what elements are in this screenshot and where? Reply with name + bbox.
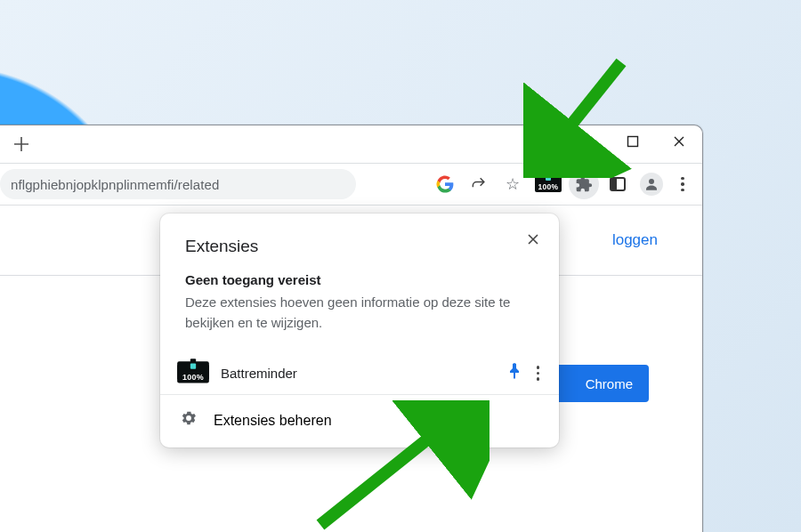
popup-title: Extensies bbox=[185, 237, 534, 256]
pin-icon bbox=[508, 363, 521, 379]
profile-button[interactable] bbox=[636, 169, 667, 199]
close-icon bbox=[673, 135, 685, 148]
battery-icon: 100% bbox=[535, 176, 562, 192]
close-icon bbox=[527, 233, 539, 246]
puzzle-icon bbox=[575, 175, 593, 193]
google-lens-button[interactable] bbox=[430, 169, 460, 199]
svg-line-3 bbox=[320, 418, 454, 525]
annotation-arrow-top bbox=[523, 53, 639, 178]
pin-button[interactable] bbox=[508, 363, 521, 383]
popup-close-button[interactable] bbox=[520, 226, 546, 253]
annotation-arrow-bottom bbox=[294, 400, 490, 532]
extension-row[interactable]: 100% Battreminder bbox=[160, 352, 559, 395]
new-tab-button[interactable] bbox=[7, 130, 36, 158]
profile-icon bbox=[640, 173, 663, 196]
svg-line-2 bbox=[550, 62, 621, 151]
chrome-menu-button[interactable] bbox=[670, 169, 695, 199]
extension-name: Battreminder bbox=[221, 366, 508, 381]
share-button[interactable] bbox=[464, 169, 494, 199]
share-icon bbox=[470, 175, 488, 193]
plus-icon bbox=[14, 137, 28, 151]
address-bar[interactable]: nflgphiebnjopklpnplinmemfi/related bbox=[0, 169, 356, 199]
login-link[interactable]: loggen bbox=[612, 231, 658, 249]
section-title: Geen toegang vereist bbox=[185, 272, 534, 287]
google-icon bbox=[436, 175, 454, 193]
gear-icon bbox=[180, 409, 198, 431]
sidepanel-icon bbox=[610, 177, 626, 191]
svg-point-1 bbox=[649, 179, 654, 184]
address-text: nflgphiebnjopklpnplinmemfi/related bbox=[11, 177, 219, 192]
kebab-icon bbox=[681, 177, 684, 192]
extension-menu-button[interactable] bbox=[537, 366, 540, 381]
close-button[interactable] bbox=[656, 125, 702, 157]
extension-icon: 100% bbox=[177, 364, 209, 383]
tab-strip bbox=[0, 125, 506, 163]
star-icon: ☆ bbox=[506, 174, 520, 194]
section-description: Deze extensies hoeven geen informatie op… bbox=[185, 293, 534, 333]
